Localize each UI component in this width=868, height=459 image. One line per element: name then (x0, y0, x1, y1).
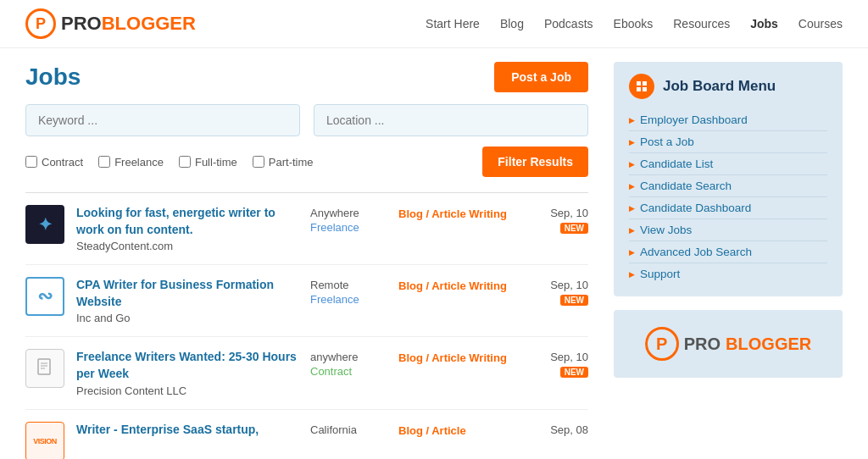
job-title-2: CPA Writer for Business Formation Websit… (76, 277, 298, 310)
freelance-checkbox[interactable] (98, 156, 110, 168)
job-list: ✦ Looking for fast, energetic writer to … (25, 192, 588, 459)
list-item: Post a Job (629, 131, 827, 153)
list-item: Employer Dashboard (629, 109, 827, 131)
list-item: Support (629, 263, 827, 285)
job-meta-3: Sep, 10 NEW (520, 349, 588, 378)
new-badge-2: NEW (560, 295, 588, 306)
sidebar-menu-title: Job Board Menu (663, 78, 776, 95)
filter-row: Contract Freelance Full-time Part-time F… (25, 147, 588, 177)
job-category-link-4[interactable]: Blog / Article (398, 424, 466, 437)
filter-fulltime[interactable]: Full-time (179, 156, 237, 169)
job-logo-2: ∾ (25, 277, 64, 316)
sidebar-item-candidate-search[interactable]: Candidate Search (629, 180, 827, 192)
page-container: Jobs Post a Job Contract Freelance (0, 48, 868, 459)
job-details-2: CPA Writer for Business Formation Websit… (76, 277, 298, 324)
table-row: VISION Writer - Enterprise SaaS startup,… (25, 410, 588, 459)
new-badge-1: NEW (560, 223, 588, 234)
nav-ebooks[interactable]: Ebooks (614, 17, 654, 30)
page-title-row: Jobs Post a Job (25, 48, 588, 104)
nav-start-here[interactable]: Start Here (426, 17, 480, 30)
page-title: Jobs (25, 64, 81, 91)
job-category-link-1[interactable]: Blog / Article Writing (398, 207, 507, 220)
job-details-4: Writer - Enterprise SaaS startup, (76, 422, 298, 440)
filter-results-button[interactable]: Filter Results (482, 147, 588, 177)
svg-rect-0 (38, 359, 50, 374)
sidebar-item-candidate-list[interactable]: Candidate List (629, 158, 827, 170)
sidebar-item-post-job[interactable]: Post a Job (629, 135, 827, 148)
sidebar-menu-list: Employer Dashboard Post a Job Candidate … (629, 109, 827, 285)
fulltime-checkbox[interactable] (179, 156, 191, 168)
table-row: ∾ CPA Writer for Business Formation Webs… (25, 265, 588, 337)
nav-blog[interactable]: Blog (500, 17, 524, 30)
keyword-input[interactable] (25, 104, 300, 136)
sidebar-logo-pro-text: PRO (684, 335, 721, 354)
list-item: Candidate List (629, 153, 827, 175)
parttime-checkbox[interactable] (253, 156, 264, 168)
job-location-4: California (310, 422, 387, 438)
job-details-1: Looking for fast, energetic writer to wo… (76, 205, 298, 252)
filter-checks: Contract Freelance Full-time Part-time (25, 156, 482, 169)
sidebar-item-advanced-job-search[interactable]: Advanced Job Search (629, 246, 827, 258)
nav-resources[interactable]: Resources (673, 17, 730, 30)
job-location-1: Anywhere Freelance (310, 205, 387, 234)
job-logo-1: ✦ (25, 205, 64, 244)
job-title-link-4[interactable]: Writer - Enterprise SaaS startup, (76, 423, 259, 436)
parttime-label: Part-time (269, 156, 314, 169)
filter-contract[interactable]: Contract (25, 156, 83, 169)
table-row: ✦ Looking for fast, energetic writer to … (25, 193, 588, 265)
fulltime-label: Full-time (195, 156, 237, 169)
job-title-1: Looking for fast, energetic writer to wo… (76, 205, 298, 238)
post-job-button[interactable]: Post a Job (494, 62, 588, 92)
job-board-menu: Job Board Menu Employer Dashboard Post a… (614, 62, 843, 296)
job-location-text-1: Anywhere (310, 207, 387, 219)
job-type-1: Freelance (310, 221, 387, 234)
sidebar-item-support[interactable]: Support (629, 268, 827, 280)
sidebar-problogger-logo: P PRO BLOGGER (645, 327, 811, 361)
job-date-3: Sep, 10 (520, 351, 588, 363)
sidebar: Job Board Menu Employer Dashboard Post a… (614, 48, 843, 459)
job-category-2: Blog / Article Writing (398, 277, 509, 292)
job-date-2: Sep, 10 (520, 279, 588, 291)
filter-freelance[interactable]: Freelance (98, 156, 164, 169)
nav-jobs[interactable]: Jobs (750, 17, 778, 30)
job-title-link-1[interactable]: Looking for fast, energetic writer to wo… (76, 206, 275, 236)
sidebar-item-view-jobs[interactable]: View Jobs (629, 224, 827, 236)
job-title-3: Freelance Writers Wanted: 25-30 Hours pe… (76, 349, 298, 382)
job-type-3: Contract (310, 365, 387, 378)
table-row: Freelance Writers Wanted: 25-30 Hours pe… (25, 337, 588, 409)
job-title-link-3[interactable]: Freelance Writers Wanted: 25-30 Hours pe… (76, 350, 297, 380)
job-meta-1: Sep, 10 NEW (520, 205, 588, 234)
list-item: Candidate Dashboard (629, 197, 827, 219)
job-category-4: Blog / Article (398, 422, 509, 437)
list-item: Candidate Search (629, 175, 827, 197)
logo-pro-text: PRO (61, 13, 102, 35)
sidebar-logo-circle: P (645, 327, 679, 361)
job-logo-3 (25, 349, 64, 388)
main-nav: Start Here Blog Podcasts Ebooks Resource… (426, 17, 843, 30)
sidebar-logo-box: P PRO BLOGGER (614, 310, 843, 378)
job-location-2: Remote Freelance (310, 277, 387, 306)
new-badge-3: NEW (560, 367, 588, 378)
nav-podcasts[interactable]: Podcasts (544, 17, 593, 30)
job-company-3: Precision Content LLC (76, 384, 298, 397)
job-meta-2: Sep, 10 NEW (520, 277, 588, 306)
job-category-link-3[interactable]: Blog / Article Writing (398, 351, 507, 364)
logo-blogger-text: BLOGGER (102, 13, 196, 35)
sidebar-item-employer-dashboard[interactable]: Employer Dashboard (629, 113, 827, 126)
filter-parttime[interactable]: Part-time (253, 156, 314, 169)
job-location-3: anywhere Contract (310, 349, 387, 378)
site-logo: P PRO BLOGGER (25, 8, 196, 39)
search-row (25, 104, 588, 136)
job-title-link-2[interactable]: CPA Writer for Business Formation Websit… (76, 278, 274, 308)
job-location-text-3: anywhere (310, 351, 387, 363)
location-input[interactable] (314, 104, 588, 136)
job-date-4: Sep, 08 (520, 423, 588, 436)
sidebar-menu-icon (629, 74, 654, 99)
job-meta-4: Sep, 08 (520, 422, 588, 436)
contract-checkbox[interactable] (25, 156, 37, 168)
nav-courses[interactable]: Courses (798, 17, 843, 30)
sidebar-item-candidate-dashboard[interactable]: Candidate Dashboard (629, 202, 827, 214)
job-category-link-2[interactable]: Blog / Article Writing (398, 279, 507, 292)
job-location-text-4: California (310, 423, 387, 436)
job-category-1: Blog / Article Writing (398, 205, 509, 220)
